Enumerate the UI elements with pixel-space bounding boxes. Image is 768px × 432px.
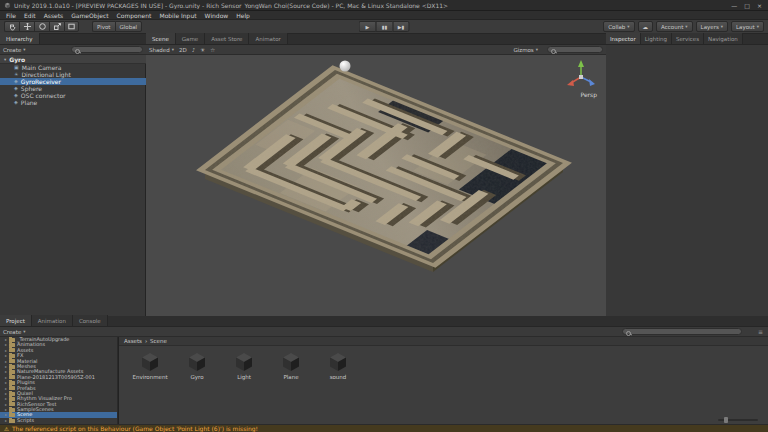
main-toolbar: Pivot Global ▶ ▮▮ ▶▮ Collab ▾ ☁ Account … bbox=[0, 20, 768, 34]
scene-toggle-button[interactable]: 2D bbox=[179, 47, 187, 53]
scene-view-tab[interactable]: Animator bbox=[249, 33, 287, 44]
status-bar[interactable]: ⚠ The referenced script on this Behaviou… bbox=[0, 424, 768, 432]
move-tool-button[interactable] bbox=[19, 21, 34, 32]
folder-icon bbox=[9, 343, 15, 347]
hierarchy-scene-row[interactable]: ▾ Gyro bbox=[0, 55, 146, 64]
right-panel-tab[interactable]: Navigation bbox=[704, 33, 743, 44]
hierarchy-item[interactable]: ◈ Plane bbox=[0, 99, 146, 106]
hierarchy-item[interactable]: ▣ Main Camera bbox=[0, 64, 146, 71]
right-panel-tab[interactable]: Inspector bbox=[606, 33, 641, 44]
scene-view-tab[interactable]: Asset Store bbox=[205, 33, 249, 44]
scene-view-tab[interactable]: Scene bbox=[146, 33, 176, 44]
scene-toggle-button[interactable]: ☆ bbox=[210, 47, 215, 53]
asset-item[interactable]: Plane bbox=[270, 351, 312, 380]
menu-item[interactable]: Assets bbox=[40, 11, 68, 20]
scene-toggle-button[interactable]: ♪ bbox=[192, 47, 196, 53]
menu-item[interactable]: GameObject bbox=[67, 11, 112, 20]
account-dropdown[interactable]: Account ▾ bbox=[656, 21, 692, 32]
right-panel-tab[interactable]: Lighting bbox=[641, 33, 672, 44]
hierarchy-item[interactable]: ☀ Directional Light bbox=[0, 71, 146, 78]
scene-search-input[interactable] bbox=[547, 46, 603, 53]
folder-icon bbox=[9, 413, 15, 417]
menu-item[interactable]: Component bbox=[113, 11, 156, 20]
layout-dropdown[interactable]: Layout ▾ bbox=[731, 21, 764, 32]
chevron-down-icon: ▾ bbox=[721, 24, 723, 29]
menu-item[interactable]: Edit bbox=[20, 11, 40, 20]
cloud-icon: ☁ bbox=[643, 24, 649, 30]
scene-tabbar: Scene Game Asset Store Animator bbox=[146, 34, 606, 45]
menu-item[interactable]: Help bbox=[232, 11, 254, 20]
scene-toggle-button[interactable]: ☀ bbox=[200, 47, 205, 53]
menu-bar: File Edit Assets GameObject Component Mo… bbox=[0, 11, 768, 20]
project-search-input[interactable] bbox=[622, 328, 742, 335]
rect-tool-button[interactable] bbox=[64, 21, 79, 32]
breadcrumb-current[interactable]: Scene bbox=[150, 338, 167, 344]
account-label: Account bbox=[661, 24, 683, 30]
step-button[interactable]: ▶▮ bbox=[393, 21, 410, 32]
gameobject-label: Sphere bbox=[21, 85, 42, 92]
pan-tool-button[interactable] bbox=[4, 21, 19, 32]
bottom-panel-tab[interactable]: Console bbox=[73, 315, 108, 326]
asset-item[interactable]: Gyro bbox=[176, 351, 218, 380]
scene-orientation-gizmo[interactable] bbox=[564, 58, 598, 92]
hierarchy-item[interactable]: ◈ OSC connector bbox=[0, 92, 146, 99]
project-toolbar: Create ▾ ≡ bbox=[0, 327, 768, 337]
tree-expand-icon[interactable]: ▸ bbox=[5, 418, 7, 423]
gizmos-label: Gizmos bbox=[513, 47, 533, 53]
bottom-panel-tab[interactable]: Animation bbox=[32, 315, 73, 326]
folder-icon bbox=[9, 386, 15, 390]
asset-item[interactable]: sound bbox=[317, 351, 359, 380]
icon-size-slider[interactable] bbox=[718, 419, 758, 421]
gizmos-dropdown[interactable]: Gizmos ▾ bbox=[513, 47, 538, 53]
gameobject-icon: ☀ bbox=[14, 71, 18, 78]
perspective-mode-label[interactable]: Persp bbox=[581, 91, 598, 98]
hierarchy-tree: ▣ Main Camera ☀ Directional Light ◈ Gyro… bbox=[0, 64, 146, 106]
slider-thumb[interactable] bbox=[724, 417, 728, 423]
folder-icon bbox=[9, 419, 15, 423]
menu-item[interactable]: File bbox=[2, 11, 20, 20]
asset-item[interactable]: Light bbox=[223, 351, 265, 380]
folder-icon bbox=[9, 392, 15, 396]
breadcrumb-root[interactable]: Assets bbox=[124, 338, 142, 344]
maximize-button[interactable]: □ bbox=[744, 2, 750, 9]
pause-button[interactable]: ▮▮ bbox=[376, 21, 393, 32]
pivot-toggle-button[interactable]: Pivot bbox=[92, 21, 115, 32]
scene-toolbar: Shaded ▾ 2D ♪ ☀ ☆ Gizmos ▾ bbox=[146, 45, 606, 55]
tree-expand-icon[interactable]: ▾ bbox=[4, 57, 6, 62]
project-folder-tree: ▸ _TerrainAutoUpgrade ▸ Animations ▸ Ass… bbox=[0, 337, 118, 424]
hierarchy-create-button[interactable]: Create ▾ bbox=[3, 47, 26, 53]
bottom-panel-tab[interactable]: Project bbox=[0, 315, 32, 326]
hierarchy-search-input[interactable] bbox=[71, 46, 143, 53]
shading-mode-dropdown[interactable]: Shaded ▾ bbox=[149, 47, 174, 53]
gameobject-label: Plane bbox=[21, 99, 37, 106]
folder-icon bbox=[9, 408, 15, 412]
rotate-tool-button[interactable] bbox=[34, 21, 49, 32]
minimize-button[interactable]: — bbox=[731, 2, 737, 9]
shading-mode-label: Shaded bbox=[149, 47, 170, 53]
menu-item[interactable]: Mobile Input bbox=[155, 11, 200, 20]
panel-menu-icon[interactable]: ≡ bbox=[758, 328, 763, 335]
global-toggle-button[interactable]: Global bbox=[115, 21, 143, 32]
asset-label: sound bbox=[330, 374, 347, 380]
cloud-button[interactable]: ☁ bbox=[638, 21, 654, 32]
menu-item[interactable]: Window bbox=[201, 11, 233, 20]
asset-item[interactable]: Environment bbox=[129, 351, 171, 380]
unity-scene-file-icon bbox=[233, 351, 255, 373]
scene-viewport[interactable]: Persp bbox=[146, 55, 606, 316]
hierarchy-item[interactable]: ◈ GyroReceiver bbox=[0, 78, 146, 85]
folder-icon bbox=[9, 365, 15, 369]
tab-hierarchy[interactable]: Hierarchy bbox=[0, 33, 40, 44]
project-folder-row[interactable]: ▸ Scripts bbox=[0, 418, 117, 423]
unity-scene-file-icon bbox=[139, 351, 161, 373]
chevron-down-icon: ▾ bbox=[23, 329, 25, 334]
scene-view-tab[interactable]: Game bbox=[176, 33, 205, 44]
close-button[interactable]: × bbox=[757, 2, 762, 9]
collab-dropdown[interactable]: Collab ▾ bbox=[603, 21, 634, 32]
layers-dropdown[interactable]: Layers ▾ bbox=[696, 21, 728, 32]
play-button[interactable]: ▶ bbox=[359, 21, 376, 32]
gameobject-label: OSC connector bbox=[21, 92, 66, 99]
right-panel-tab[interactable]: Services bbox=[672, 33, 704, 44]
hierarchy-item[interactable]: ◈ Sphere bbox=[0, 85, 146, 92]
scale-tool-button[interactable] bbox=[49, 21, 64, 32]
project-create-button[interactable]: Create ▾ bbox=[3, 329, 26, 335]
